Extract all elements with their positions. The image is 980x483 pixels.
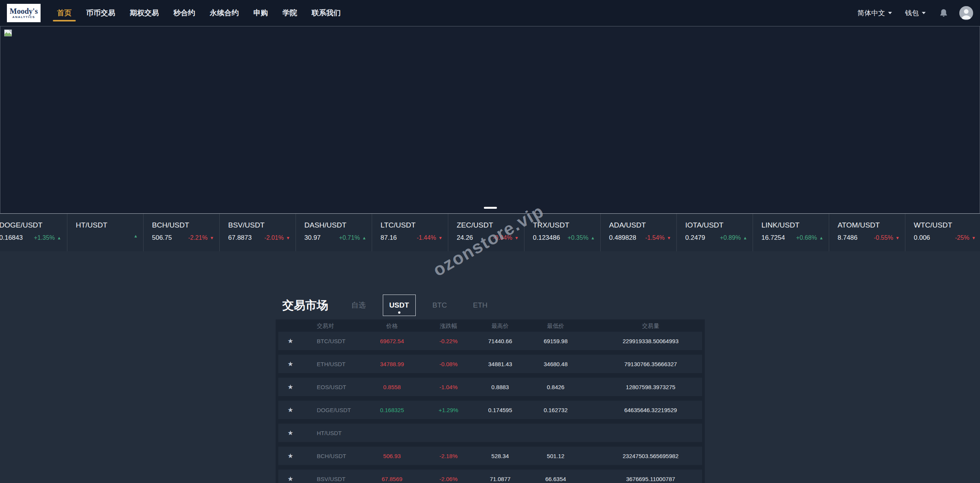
ticker-change: +1.35% [34,234,55,241]
favorite-star-icon[interactable]: ★ [278,337,303,345]
ticker-item[interactable]: DOGE/USDT 0.16843 +1.35% [0,214,67,251]
ticker-change: +0.71% [339,234,360,241]
favorite-star-icon[interactable]: ★ [278,429,303,437]
broken-image-icon [4,29,12,36]
table-row[interactable]: ★ BSV/USDT 67.8569 -2.06% 71.0877 66.635… [278,470,702,483]
ticker-item[interactable]: ZEC/USDT 24.26 -0.04% [448,214,524,251]
nav-item[interactable]: 首页 [50,0,79,26]
wallet-dropdown[interactable]: 钱包 [905,8,926,18]
ticker-item[interactable]: DASH/USDT 30.97 +0.71% [296,214,372,251]
ticker-item[interactable]: TRX/USDT 0.123486 +0.35% [524,214,600,251]
market-tab[interactable]: USDT [383,295,416,316]
ticker-pair-label: WTC/USDT [914,221,980,229]
nav-item[interactable]: 永续合约 [203,0,246,26]
cell-volume: 3676695.11000787 [590,476,702,482]
ticker-price: 8.7486 [838,234,858,242]
ticker-item[interactable]: IOTA/USDT 0.2479 +0.89% [676,214,753,251]
cell-price: 34788.99 [366,361,418,367]
ticker-change: -0.55% [874,234,893,241]
chevron-down-icon [922,12,926,14]
cell-change: +1.29% [418,407,479,413]
cell-high: 71.0877 [479,476,521,482]
nav-item[interactable]: 申购 [246,0,275,26]
carousel-indicator[interactable] [484,207,497,209]
ticker-pair-label: ADA/USDT [609,221,676,229]
table-row[interactable]: ★ BTC/USDT 69672.54 -0.22% 71440.66 6915… [278,332,702,350]
ticker-change: -2.21% [188,234,207,241]
ticker-pair-label: IOTA/USDT [685,221,753,229]
trend-arrow-icon [438,236,443,240]
market-tab[interactable]: 自选 [342,295,375,316]
favorite-star-icon[interactable]: ★ [278,383,303,391]
cell-change: -0.22% [418,338,479,344]
ticker-item[interactable]: ATOM/USDT 8.7486 -0.55% [829,214,905,251]
market-tab-label: USDT [389,301,409,309]
market-tab-label: BTC [433,301,447,309]
market-tab-label: ETH [473,301,488,309]
trend-arrow-icon [895,236,900,240]
nav-item[interactable]: 秒合约 [166,0,203,26]
market-table: 交易对 价格 涨跌幅 最高价 最低价 交易量 ★ BTC/USDT 69672.… [276,319,705,483]
user-avatar[interactable] [959,6,973,20]
notifications-button[interactable] [939,8,948,18]
cell-volume: 79130766.35666327 [590,361,702,367]
ticker-pair-label: LTC/USDT [381,221,448,229]
trend-arrow-icon [514,236,519,240]
cell-price: 0.8558 [366,384,418,390]
cell-high: 0.174595 [479,407,521,413]
table-row[interactable]: ★ DOGE/USDT 0.168325 +1.29% 0.174595 0.1… [278,401,702,419]
nav-item[interactable]: 币币交易 [79,0,122,26]
cell-low: 69159.98 [521,338,590,344]
language-dropdown[interactable]: 简体中文 [858,8,892,18]
ticker-price: 0.489828 [609,234,636,242]
cell-price: 506.93 [366,453,418,459]
trend-arrow-icon [134,234,138,238]
cell-change: -0.08% [418,361,479,367]
cell-price: 69672.54 [366,338,418,344]
ticker-item[interactable]: HT/USDT [67,214,143,251]
table-row[interactable]: ★ BCH/USDT 506.93 -2.18% 528.34 501.12 2… [278,447,702,465]
ticker-item[interactable]: BSV/USDT 67.8873 -2.01% [219,214,296,251]
trend-arrow-icon [819,236,823,240]
table-row[interactable]: ★ EOS/USDT 0.8558 -1.04% 0.8883 0.8426 1… [278,378,702,396]
nav-item[interactable]: 联系我们 [304,0,348,26]
ticker-price: 0.006 [914,234,930,242]
ticker-item[interactable]: BCH/USDT 506.75 -2.21% [143,214,219,251]
main-nav: 首页 币币交易 期权交易 秒合约 永续合约 申购 学院 联系我们 [50,0,348,26]
cell-pair: ETH/USDT [303,361,366,367]
cell-low: 34680.48 [521,361,590,367]
favorite-star-icon[interactable]: ★ [278,406,303,414]
ticker-change: +0.68% [796,234,817,241]
ticker-price: 30.97 [304,234,321,242]
favorite-star-icon[interactable]: ★ [278,360,303,368]
cell-low: 501.12 [521,453,590,459]
cell-pair: BCH/USDT [303,453,366,459]
moodys-logo[interactable]: Moody's ANALYTICS [7,4,41,22]
nav-item[interactable]: 期权交易 [122,0,166,26]
column-header-price: 价格 [366,323,418,330]
ticker-item[interactable]: LTC/USDT 87.16 -1.44% [372,214,448,251]
ticker-item[interactable]: ADA/USDT 0.489828 -1.54% [600,214,676,251]
ticker-price: 16.7254 [761,234,785,242]
market-tab[interactable]: ETH [464,295,497,316]
cell-high: 34881.43 [479,361,521,367]
nav-item[interactable]: 学院 [275,0,304,26]
nav-item-label: 币币交易 [86,9,115,17]
market-tab[interactable]: BTC [423,295,456,316]
table-row[interactable]: ★ HT/USDT [278,424,702,442]
table-row[interactable]: ★ ETH/USDT 34788.99 -0.08% 34881.43 3468… [278,355,702,373]
ticker-change: -0.04% [493,234,512,241]
favorite-star-icon[interactable]: ★ [278,475,303,483]
cell-low: 0.162732 [521,407,590,413]
trend-arrow-icon [972,236,976,240]
ticker-item[interactable]: LINK/USDT 16.7254 +0.68% [753,214,829,251]
trading-market-section: 交易市场 自选 USDT BTC ETH 交易对 价格 涨跌幅 最高价 最低价 … [276,294,705,483]
nav-item-label: 申购 [253,9,268,17]
trend-arrow-icon [743,236,747,240]
nav-item-label: 首页 [57,9,72,17]
favorite-star-icon[interactable]: ★ [278,452,303,460]
top-navbar: Moody's ANALYTICS 首页 币币交易 期权交易 秒合约 永续合约 … [0,0,980,26]
ticker-item[interactable]: WTC/USDT 0.006 -25% [905,214,980,251]
bell-icon [939,8,948,18]
logo-text-primary: Moody's [10,7,38,15]
